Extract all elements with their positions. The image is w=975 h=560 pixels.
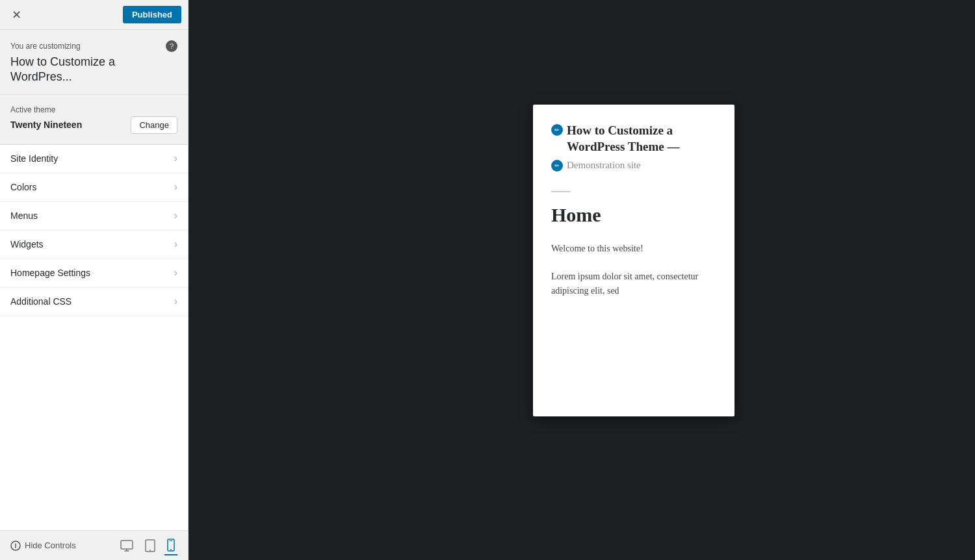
view-icons <box>118 536 177 555</box>
svg-point-6 <box>150 550 151 551</box>
published-button[interactable]: Published <box>123 6 181 23</box>
chevron-right-icon-homepage-settings: › <box>174 267 177 279</box>
active-theme-section: Active theme Twenty Nineteen Change <box>0 95 188 145</box>
preview-card: How to Customize a WordPress Theme — Dem… <box>533 105 734 416</box>
customizing-label: You are customizing <box>10 42 81 51</box>
customizing-section: You are customizing ? How to Customize a… <box>0 30 188 95</box>
svg-rect-2 <box>121 541 133 549</box>
menu-item-colors[interactable]: Colors › <box>0 173 188 202</box>
chevron-right-icon-widgets: › <box>174 238 177 250</box>
view-desktop-button[interactable] <box>118 537 136 554</box>
preview-divider <box>551 191 571 192</box>
sidebar: ✕ Published You are customizing ? How to… <box>0 0 188 560</box>
help-icon[interactable]: ? <box>166 40 177 52</box>
preview-welcome-text: Welcome to this website! <box>551 242 716 256</box>
hide-controls-icon <box>10 541 21 551</box>
menu-item-site-identity[interactable]: Site Identity › <box>0 145 188 173</box>
chevron-right-icon-additional-css: › <box>174 296 177 307</box>
menu-item-menus-label: Menus <box>10 210 38 221</box>
menu-item-widgets[interactable]: Widgets › <box>0 231 188 259</box>
bottom-bar: Hide Controls <box>0 530 188 560</box>
edit-site-title-icon[interactable] <box>551 124 563 136</box>
change-theme-button[interactable]: Change <box>131 116 177 134</box>
topbar: ✕ Published <box>0 0 188 30</box>
view-tablet-button[interactable] <box>142 537 158 555</box>
menu-item-menus[interactable]: Menus › <box>0 202 188 231</box>
customizing-title: How to Customize a WordPres... <box>10 55 177 85</box>
menu-item-widgets-label: Widgets <box>10 239 44 249</box>
menu-item-homepage-settings[interactable]: Homepage Settings › <box>0 259 188 288</box>
view-mobile-button[interactable] <box>164 536 177 555</box>
menu-item-colors-label: Colors <box>10 182 36 192</box>
preview-page-title: Home <box>551 204 716 226</box>
menu-item-additional-css-label: Additional CSS <box>10 296 72 307</box>
preview-site-title: How to Customize a WordPress Theme — <box>567 123 716 155</box>
active-theme-label: Active theme <box>10 105 177 114</box>
active-theme-name: Twenty Nineteen <box>10 120 82 130</box>
svg-point-8 <box>170 549 172 550</box>
preview-site-header: How to Customize a WordPress Theme — Dem… <box>551 123 716 172</box>
menu-item-additional-css[interactable]: Additional CSS › <box>0 288 188 316</box>
menu-list: Site Identity › Colors › Menus › Widgets… <box>0 145 188 560</box>
close-button[interactable]: ✕ <box>6 5 26 25</box>
edit-tagline-icon[interactable] <box>551 160 563 172</box>
chevron-right-icon-site-identity: › <box>174 153 177 164</box>
menu-item-site-identity-label: Site Identity <box>10 153 58 164</box>
hide-controls-label: Hide Controls <box>25 541 76 550</box>
menu-item-homepage-settings-label: Homepage Settings <box>10 268 90 278</box>
hide-controls-button[interactable]: Hide Controls <box>10 541 76 551</box>
chevron-right-icon-menus: › <box>174 210 177 222</box>
preview-lorem-text: Lorem ipsum dolor sit amet, consectetur … <box>551 270 716 299</box>
chevron-right-icon-colors: › <box>174 181 177 193</box>
preview-area: How to Customize a WordPress Theme — Dem… <box>188 0 975 560</box>
preview-tagline: Demonstration site <box>567 160 641 171</box>
